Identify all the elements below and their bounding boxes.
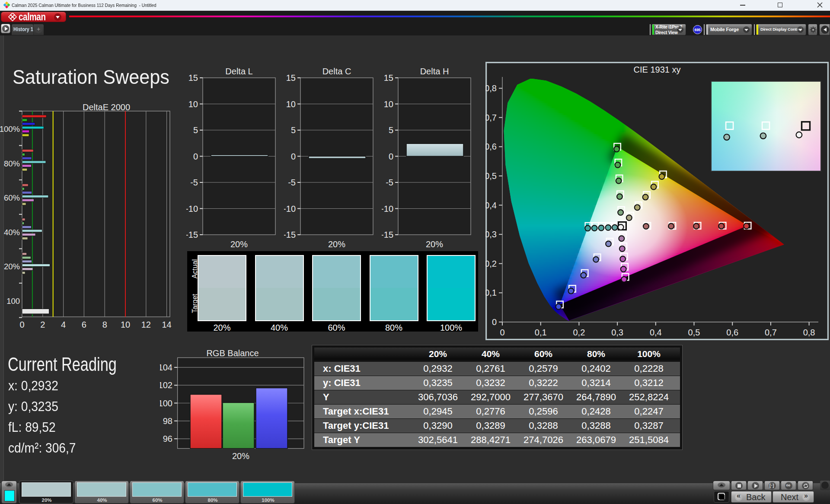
svg-text:10: 10 (121, 320, 130, 329)
svg-text:0,6: 0,6 (726, 328, 738, 337)
svg-text:-5: -5 (288, 178, 296, 187)
svg-text:RGB Balance: RGB Balance (206, 348, 259, 358)
svg-text:0,2: 0,2 (573, 328, 585, 337)
svg-text:0,1: 0,1 (535, 328, 547, 337)
svg-text:10: 10 (384, 99, 393, 109)
svg-text:-5: -5 (386, 178, 393, 187)
svg-text:96: 96 (163, 434, 172, 443)
svg-text:0,5: 0,5 (485, 171, 497, 181)
svg-text:100: 100 (160, 399, 172, 408)
svg-text:0: 0 (389, 152, 393, 161)
svg-text:0,4: 0,4 (485, 201, 497, 210)
svg-text:0: 0 (19, 320, 24, 329)
svg-text:5: 5 (291, 125, 296, 135)
svg-text:4: 4 (61, 320, 66, 329)
svg-text:104: 104 (160, 363, 172, 372)
svg-text:100: 100 (6, 297, 20, 306)
svg-text:-15: -15 (186, 230, 198, 239)
svg-text:6: 6 (82, 320, 86, 329)
svg-text:-10: -10 (382, 204, 393, 214)
svg-text:15: 15 (188, 73, 198, 83)
svg-text:20%: 20% (4, 262, 20, 271)
svg-text:80%: 80% (4, 159, 20, 168)
svg-text:Delta L: Delta L (225, 67, 252, 76)
svg-text:0,6: 0,6 (485, 142, 497, 151)
svg-text:14: 14 (162, 320, 171, 329)
svg-text:20%: 20% (328, 239, 345, 249)
svg-text:0,3: 0,3 (611, 328, 623, 337)
svg-text:15: 15 (384, 73, 393, 83)
svg-text:0,8: 0,8 (803, 328, 815, 337)
svg-text:2: 2 (40, 320, 45, 329)
svg-text:12: 12 (141, 320, 151, 329)
svg-text:-15: -15 (382, 230, 393, 239)
svg-text:0,7: 0,7 (765, 328, 777, 337)
svg-text:10: 10 (188, 99, 198, 109)
svg-text:10: 10 (286, 99, 296, 109)
svg-text:5: 5 (193, 125, 198, 135)
svg-text:-10: -10 (186, 204, 198, 214)
svg-text:0: 0 (500, 328, 504, 337)
svg-text:0: 0 (193, 152, 198, 161)
svg-text:40%: 40% (4, 228, 20, 237)
svg-text:102: 102 (160, 380, 172, 390)
svg-text:0: 0 (291, 152, 296, 161)
svg-text:0,2: 0,2 (485, 259, 497, 268)
svg-text:Delta C: Delta C (322, 67, 351, 76)
svg-text:15: 15 (286, 73, 296, 83)
svg-text:20%: 20% (426, 239, 443, 249)
svg-text:20%: 20% (230, 239, 248, 249)
svg-text:60%: 60% (4, 193, 20, 202)
svg-text:0,4: 0,4 (650, 328, 662, 337)
svg-text:0,5: 0,5 (688, 328, 700, 337)
svg-text:0: 0 (492, 317, 497, 327)
svg-text:Delta H: Delta H (420, 67, 449, 76)
svg-text:DeltaE 2000: DeltaE 2000 (83, 102, 130, 112)
svg-text:0,1: 0,1 (485, 288, 497, 297)
svg-text:98: 98 (163, 416, 172, 426)
svg-text:100%: 100% (0, 124, 20, 134)
svg-text:-10: -10 (284, 204, 296, 214)
svg-text:-15: -15 (284, 230, 296, 239)
svg-text:8: 8 (102, 320, 107, 329)
svg-text:20%: 20% (232, 451, 249, 461)
svg-text:5: 5 (389, 125, 393, 135)
svg-text:0,7: 0,7 (485, 113, 497, 122)
svg-text:0,3: 0,3 (485, 230, 497, 239)
svg-text:0,8: 0,8 (485, 83, 497, 93)
svg-text:-5: -5 (190, 178, 198, 187)
